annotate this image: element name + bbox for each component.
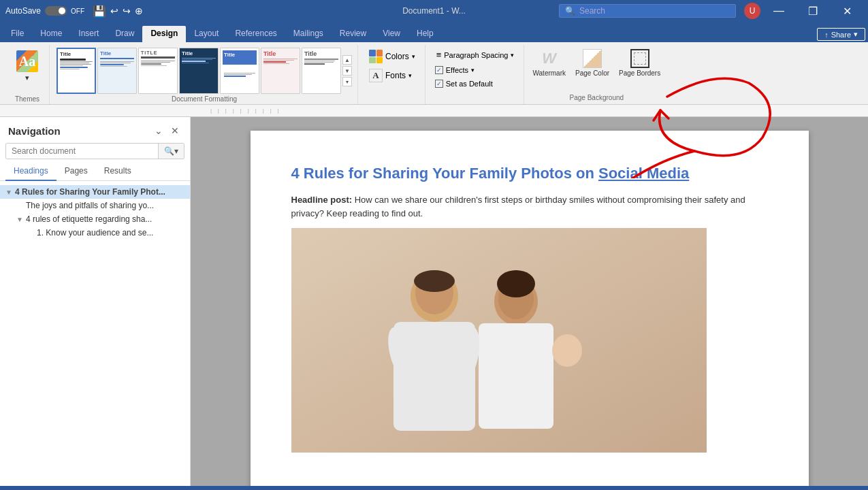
doc-thumb-lines-1 xyxy=(60,59,93,91)
doc-thumb-lines-5 xyxy=(224,73,255,77)
redo-icon[interactable]: ↪ xyxy=(123,5,131,16)
ribbon: Aa ▾ Themes Title xyxy=(0,42,868,105)
default-checkbox: ✓ xyxy=(435,80,443,88)
para-spacing-icon: ≡ xyxy=(436,50,442,60)
navigation-pane: Navigation ⌄ ✕ 🔍▾ Headings Pages Results… xyxy=(0,117,191,486)
page-color-icon xyxy=(583,49,602,68)
page-borders-button[interactable]: Page Borders xyxy=(616,48,663,94)
nav-close-button[interactable]: ✕ xyxy=(168,124,182,137)
close-button[interactable]: ✕ xyxy=(831,0,863,22)
themes-group-content: Aa ▾ xyxy=(11,48,44,94)
scroll-more-arrow[interactable]: ▾ xyxy=(342,77,352,86)
doc-theme-thumb-3[interactable]: TITLE xyxy=(138,48,178,94)
page-color-label: Page Color xyxy=(575,69,609,77)
tab-help[interactable]: Help xyxy=(408,26,442,42)
scroll-up-arrow[interactable]: ▲ xyxy=(342,55,352,65)
nav-item-heading2[interactable]: The joys and pitfalls of sharing yo... xyxy=(0,199,190,212)
nav-item-label-2: The joys and pitfalls of sharing yo... xyxy=(26,201,154,210)
doc-thumb-title-2: Title xyxy=(100,50,134,56)
borders-inner xyxy=(634,52,646,65)
nav-item-label-3: 4 rules of etiquette regarding sha... xyxy=(26,214,152,224)
nav-tab-pages[interactable]: Pages xyxy=(57,162,96,181)
colors-label: Colors xyxy=(385,52,409,61)
tab-home[interactable]: Home xyxy=(32,26,70,42)
autosave-label: AutoSave xyxy=(5,6,41,16)
page-bg-content: W Watermark Page Color Page Borders xyxy=(530,48,663,94)
headline-prefix: Headline post: xyxy=(291,195,353,205)
share-button[interactable]: ↑ Share ▾ xyxy=(817,28,865,41)
tab-file[interactable]: File xyxy=(3,26,32,42)
svg-point-10 xyxy=(414,270,455,292)
effects-checkbox: ✓ xyxy=(435,66,443,74)
para-spacing-dropdown: ▾ xyxy=(511,52,514,59)
doc-theme-thumb-6[interactable]: Title xyxy=(261,48,300,94)
scroll-down-arrow[interactable]: ▼ xyxy=(342,66,352,76)
nav-collapse-button[interactable]: ⌄ xyxy=(152,124,165,137)
watermark-button[interactable]: W Watermark xyxy=(530,48,568,94)
tab-mailings[interactable]: Mailings xyxy=(285,26,332,42)
toggle-state: OFF xyxy=(71,7,84,15)
effects-button[interactable]: ✓ Effects ▾ xyxy=(432,65,477,76)
doc-thumb-lines-4 xyxy=(182,58,216,91)
tab-insert[interactable]: Insert xyxy=(70,26,107,42)
share-icon: ↑ xyxy=(824,31,829,39)
colors-button[interactable]: Colors ▾ xyxy=(365,48,419,65)
tab-design[interactable]: Design xyxy=(142,26,186,42)
watermark-label: Watermark xyxy=(532,69,566,77)
status-bar: Page 1 of 4 867 words English (United St… xyxy=(0,486,868,490)
nav-item-heading1[interactable]: ▼ 4 Rules for Sharing Your Family Phot..… xyxy=(0,185,190,199)
nav-content: ▼ 4 Rules for Sharing Your Family Phot..… xyxy=(0,181,190,486)
set-as-default-button[interactable]: ✓ Set as Default xyxy=(432,78,496,89)
page-color-button[interactable]: Page Color xyxy=(573,48,612,94)
swatch-orange xyxy=(376,50,383,56)
doc-format-content: Title Title xyxy=(57,48,352,94)
user-avatar[interactable]: U xyxy=(744,3,760,19)
doc-theme-thumb-5[interactable]: Title xyxy=(220,48,259,94)
document[interactable]: 4 Rules for Sharing Your Family Photos o… xyxy=(251,131,809,486)
document-area[interactable]: 4 Rules for Sharing Your Family Photos o… xyxy=(191,117,868,486)
doc-heading-link[interactable]: Social Media xyxy=(598,165,689,182)
undo-icon[interactable]: ↩ xyxy=(110,5,118,16)
save-icon[interactable]: 💾 xyxy=(93,5,106,18)
nav-item-label-4: 1. Know your audience and se... xyxy=(37,228,153,238)
search-bar[interactable]: 🔍 xyxy=(559,4,736,18)
page-background-group: W Watermark Page Color Page Borders Page… xyxy=(526,45,667,104)
doc-theme-thumb-2[interactable]: Title xyxy=(97,48,137,94)
nav-search-button[interactable]: 🔍▾ xyxy=(158,144,184,159)
ruler-marks: | | | | | | | | | | xyxy=(191,108,868,114)
effects-group: ≡ Paragraph Spacing ▾ ✓ Effects ▾ ✓ Set … xyxy=(427,45,525,104)
doc-theme-thumb-1[interactable]: Title xyxy=(57,48,96,94)
nav-search[interactable]: 🔍▾ xyxy=(5,143,184,159)
maximize-button[interactable]: ❐ xyxy=(797,0,829,22)
themes-button[interactable]: Aa ▾ xyxy=(11,48,44,85)
nav-search-input[interactable] xyxy=(6,144,158,159)
search-input[interactable] xyxy=(579,6,716,16)
doc-theme-thumb-7[interactable]: Title xyxy=(302,48,341,94)
page-bg-group-label: Page Background xyxy=(570,94,624,101)
tab-view[interactable]: View xyxy=(374,26,408,42)
tab-references[interactable]: References xyxy=(227,26,285,42)
fonts-button[interactable]: A Fonts ▾ xyxy=(365,67,419,84)
nav-item-heading4[interactable]: 1. Know your audience and se... xyxy=(0,226,190,240)
doc-thumb-title-6: Title xyxy=(263,50,298,57)
doc-thumb-lines-7 xyxy=(304,59,338,91)
set-default-label: Set as Default xyxy=(446,80,493,88)
nav-tab-headings[interactable]: Headings xyxy=(5,162,57,181)
doc-theme-thumb-4[interactable]: Title xyxy=(179,48,219,94)
effects-dropdown: ▾ xyxy=(471,67,475,74)
tab-draw[interactable]: Draw xyxy=(107,26,142,42)
nav-tab-results[interactable]: Results xyxy=(96,162,140,181)
tab-layout[interactable]: Layout xyxy=(186,26,227,42)
search-icon: 🔍 xyxy=(565,6,575,16)
tab-review[interactable]: Review xyxy=(332,26,374,42)
customize-icon[interactable]: ⊕ xyxy=(135,5,143,16)
doc-thumb-title-1: Title xyxy=(60,51,93,57)
nav-item-arrow-3: ▼ xyxy=(16,216,25,223)
nav-title: Navigation xyxy=(8,125,61,137)
autosave-toggle[interactable] xyxy=(45,6,67,16)
minimize-button[interactable]: — xyxy=(763,0,794,22)
paragraph-spacing-button[interactable]: ≡ Paragraph Spacing ▾ xyxy=(432,48,519,62)
nav-item-heading3[interactable]: ▼ 4 rules of etiquette regarding sha... xyxy=(0,212,190,226)
family-photo-svg xyxy=(291,228,707,453)
main-area: Navigation ⌄ ✕ 🔍▾ Headings Pages Results… xyxy=(0,117,868,486)
